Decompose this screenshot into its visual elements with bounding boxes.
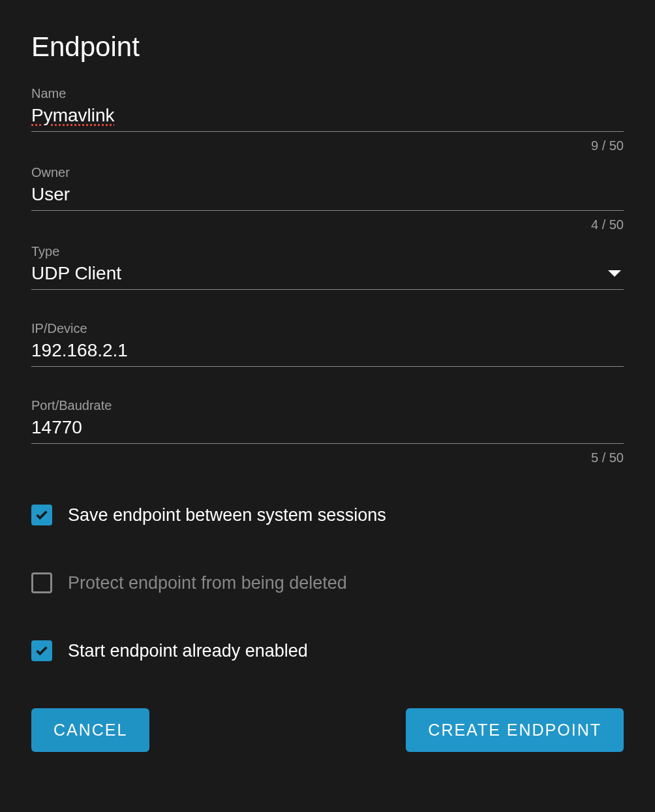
type-select[interactable]: UDP Client — [31, 263, 624, 290]
type-label: Type — [31, 244, 624, 259]
name-counter: 9 / 50 — [31, 138, 624, 153]
owner-label: Owner — [31, 165, 624, 180]
name-label: Name — [31, 86, 624, 101]
save-checkbox[interactable] — [31, 505, 52, 525]
protect-checkbox-row: Protect endpoint from being deleted — [31, 572, 624, 593]
name-field: Name — [31, 86, 624, 132]
start-checkbox-label: Start endpoint already enabled — [68, 641, 308, 661]
save-checkbox-row: Save endpoint between system sessions — [31, 505, 624, 525]
type-field: Type UDP Client — [31, 244, 624, 290]
chevron-down-icon — [608, 270, 621, 277]
checkmark-icon — [35, 644, 49, 658]
ip-field: IP/Device — [31, 321, 624, 367]
port-input[interactable] — [31, 417, 624, 438]
save-checkbox-label: Save endpoint between system sessions — [68, 505, 386, 525]
type-value: UDP Client — [31, 263, 608, 284]
start-checkbox[interactable] — [31, 640, 52, 661]
create-endpoint-button[interactable]: CREATE ENDPOINT — [406, 708, 624, 752]
start-checkbox-row: Start endpoint already enabled — [31, 640, 624, 661]
port-counter: 5 / 50 — [31, 450, 624, 465]
dialog-title: Endpoint — [31, 31, 624, 63]
button-row: CANCEL CREATE ENDPOINT — [31, 708, 624, 752]
ip-label: IP/Device — [31, 321, 624, 336]
ip-input[interactable] — [31, 340, 624, 361]
checkmark-icon — [35, 508, 49, 522]
protect-checkbox-label: Protect endpoint from being deleted — [68, 573, 347, 593]
owner-field: Owner — [31, 165, 624, 211]
owner-counter: 4 / 50 — [31, 217, 624, 232]
port-field: Port/Baudrate — [31, 398, 624, 444]
port-label: Port/Baudrate — [31, 398, 624, 413]
cancel-button[interactable]: CANCEL — [31, 708, 149, 752]
protect-checkbox[interactable] — [31, 572, 52, 593]
name-input[interactable] — [31, 105, 624, 126]
owner-input[interactable] — [31, 184, 624, 205]
